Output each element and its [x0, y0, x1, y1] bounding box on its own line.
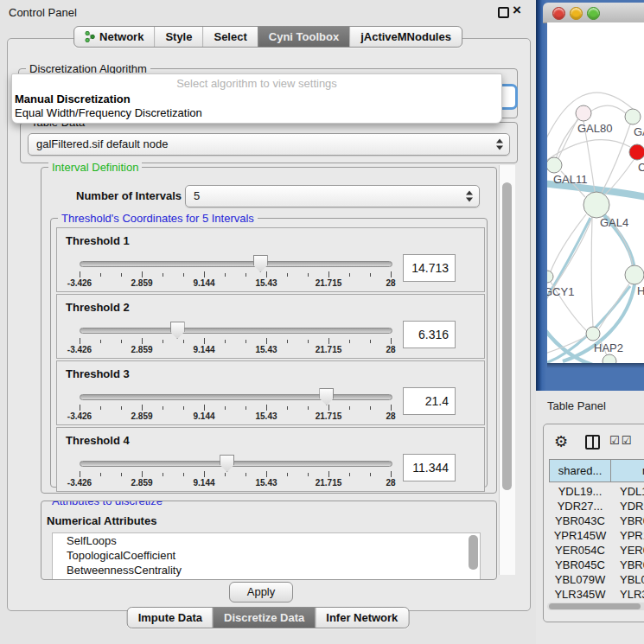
network-node[interactable] [625, 109, 641, 124]
table-row[interactable]: YLR345WYLR3 [549, 588, 644, 603]
checkbox-icons[interactable]: ☑☑ [609, 434, 633, 447]
dropdown-item-manual-discretization[interactable]: Manual Discretization [15, 92, 131, 105]
network-node[interactable] [629, 144, 644, 160]
close-traffic-light[interactable] [552, 7, 565, 20]
tab-style[interactable]: Style [154, 27, 202, 47]
table-cell: YBL0 [611, 573, 644, 588]
table-row[interactable]: YPR145WYPR1 [549, 529, 644, 544]
table-row[interactable]: YBR043CYBR0 [549, 514, 644, 529]
dropdown-prompt: Select algorithm to view settings [12, 77, 501, 90]
network-node-label: GAL4 [600, 216, 628, 229]
interval-definition-group-title: Interval Definition [48, 161, 142, 174]
attribute-list-item[interactable]: BetweennessCentrality [53, 563, 480, 577]
table-column-header-1[interactable]: shared... [549, 459, 611, 482]
bottom-tab-infer-network[interactable]: Infer Network [315, 608, 408, 628]
gear-icon[interactable]: ⚙ [554, 432, 568, 451]
top-tab-bar: NetworkStyleSelectCyni ToolboxjActiveMNo… [73, 26, 462, 48]
tab-cyni-toolbox[interactable]: Cyni Toolbox [258, 27, 349, 47]
table-cell: YBR0 [611, 514, 644, 529]
threshold-value-field[interactable]: 11.344 [403, 454, 456, 481]
number-of-intervals-label: Number of Intervals [76, 189, 182, 202]
slider-tick-labels: -3.4262.8599.14415.4321.71528 [80, 345, 391, 355]
network-node-label: GCY1 [547, 285, 574, 298]
network-canvas[interactable]: GAL80GACGAL11GAL4GCY1HHAP2 [547, 22, 644, 363]
table-row[interactable]: YER054CYER0 [549, 544, 644, 558]
tab-network[interactable]: Network [74, 27, 154, 47]
threshold-label: Threshold 3 [66, 367, 130, 380]
split-columns-icon[interactable] [585, 435, 600, 450]
table-data-combo[interactable]: galFiltered.sif default node [28, 133, 510, 156]
slider-tick-labels: -3.4262.8599.14415.4321.71528 [80, 411, 391, 422]
table-row[interactable]: YBR045CYBR0 [549, 558, 644, 573]
float-icon[interactable] [498, 7, 509, 18]
network-node[interactable] [547, 271, 553, 283]
network-node-label: GAL80 [577, 122, 612, 135]
slider-track[interactable] [80, 394, 392, 400]
attribute-list-item[interactable]: TopologicalCoefficient [53, 548, 480, 563]
table-horizontal-scrollbar[interactable] [547, 603, 644, 610]
minimize-traffic-light[interactable] [570, 7, 583, 20]
slider-thumb[interactable] [319, 388, 334, 405]
network-node[interactable] [547, 157, 562, 173]
network-node-label: H [637, 284, 644, 297]
table-row[interactable]: YBL079WYBL0 [549, 573, 644, 588]
table-cell: YER054C [549, 544, 611, 558]
numerical-attributes-list[interactable]: SelfLoopsTopologicalCoefficientBetweenne… [52, 532, 481, 580]
network-node[interactable] [576, 105, 591, 121]
network-node[interactable] [625, 265, 644, 284]
list-scrollbar-thumb[interactable] [469, 535, 478, 570]
table-rows: YDL19...YDL1YDR27...YDR2YBR043CYBR0YPR14… [549, 485, 644, 603]
bottom-tab-label: Impute Data [138, 611, 202, 624]
number-of-intervals-combo[interactable]: 5 [185, 185, 480, 207]
bottom-tab-discretize-data[interactable]: Discretize Data [213, 608, 315, 628]
threshold-value-field[interactable]: 6.316 [403, 321, 456, 348]
apply-button[interactable]: Apply [229, 582, 293, 603]
slider-thumb[interactable] [253, 255, 268, 272]
network-node-label: C [638, 161, 644, 174]
attribute-list-item[interactable]: SelfLoops [53, 533, 480, 548]
network-edge [591, 218, 593, 327]
network-node[interactable] [586, 327, 600, 341]
network-node[interactable] [583, 192, 609, 218]
panel-vertical-scrollbar[interactable] [499, 165, 515, 575]
threshold-value-field[interactable]: 21.4 [403, 387, 456, 415]
threshold-label: Threshold 2 [66, 301, 130, 314]
zoom-traffic-light[interactable] [587, 7, 600, 20]
control-panel: Control Panel × NetworkStyleSelectCyni T… [0, 0, 536, 644]
network-node[interactable] [603, 354, 616, 363]
slider-track[interactable] [80, 328, 392, 334]
tab-jactivemnodules[interactable]: jActiveMNodules [349, 27, 462, 47]
table-row[interactable]: YDR27...YDR2 [549, 500, 644, 514]
table-column-header-2[interactable]: n [611, 459, 644, 482]
table-row[interactable]: YDL19...YDL1 [549, 485, 644, 500]
slider-ticks [80, 471, 391, 478]
bottom-tab-impute-data[interactable]: Impute Data [128, 608, 213, 628]
table-cell: YBL079W [549, 573, 611, 588]
table-cell: YPR145W [549, 529, 611, 544]
bottom-tab-bar: Impute DataDiscretize DataInfer Network [127, 607, 410, 628]
threshold-value-field[interactable]: 14.713 [403, 254, 456, 282]
panel-scrollbar-thumb[interactable] [502, 182, 512, 490]
number-of-intervals-value: 5 [194, 189, 200, 202]
close-icon[interactable]: × [513, 2, 521, 19]
table-cell: YBR045C [549, 558, 611, 573]
network-edge [599, 284, 629, 328]
network-window-titlebar[interactable] [543, 3, 644, 23]
network-edge [590, 105, 627, 114]
table-scrollbar-thumb[interactable] [549, 603, 641, 609]
table-cell: YBR0 [611, 558, 644, 573]
numerical-attributes-label: Numerical Attributes [47, 514, 156, 527]
tab-select[interactable]: Select [202, 27, 257, 47]
table-cell: YER0 [611, 544, 644, 558]
screenshot-root: Control Panel × NetworkStyleSelectCyni T… [0, 0, 644, 644]
slider-track[interactable] [80, 461, 392, 467]
dropdown-item-equal-width-frequency[interactable]: Equal Width/Frequency Discretization [15, 106, 202, 119]
network-node-label: HAP2 [594, 341, 623, 354]
slider-ticks [80, 338, 391, 345]
table-panel: ⚙ ☑☑ shared...n YDL19...YDL1YDR27...YDR2… [543, 424, 644, 622]
attributes-group-title: Attributes to discretize [48, 501, 166, 507]
tab-label: Select [214, 30, 246, 43]
slider-track[interactable] [80, 261, 392, 267]
slider-thumb[interactable] [220, 455, 234, 472]
slider-thumb[interactable] [170, 322, 185, 339]
